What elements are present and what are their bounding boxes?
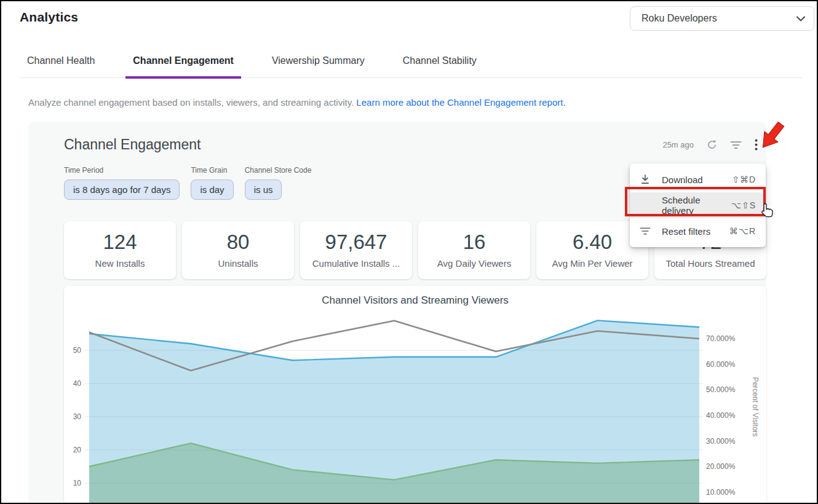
learn-more-link[interactable]: Learn more about the Channel Engagement …: [356, 97, 565, 108]
engagement-chart-plot[interactable]: 504030201070.000%60.000%50.000%40.000%30…: [64, 286, 766, 504]
filter-icon: [640, 227, 653, 235]
tab-bar: Channel Health Channel Engagement Viewer…: [20, 50, 802, 78]
last-refreshed: 25m ago: [662, 140, 694, 149]
tab-channel-health[interactable]: Channel Health: [20, 50, 102, 77]
stat-value: 97,647: [325, 232, 387, 252]
filter-chip-channel-store-code[interactable]: is us: [245, 179, 282, 200]
tab-viewership-summary[interactable]: Viewership Summary: [264, 50, 372, 77]
stat-value: 16: [463, 232, 486, 252]
engagement-chart-card: Channel Visitors and Streaming Viewers 5…: [64, 286, 766, 504]
svg-text:40.000%: 40.000%: [706, 411, 736, 420]
refresh-icon[interactable]: [707, 140, 717, 150]
svg-text:20.000%: 20.000%: [706, 462, 736, 471]
svg-text:10: 10: [73, 479, 82, 487]
stat-label: New Installs: [95, 258, 145, 269]
svg-text:20: 20: [73, 446, 82, 454]
stat-new-installs: 124 New Installs: [64, 221, 176, 279]
svg-text:40: 40: [73, 379, 82, 388]
menu-item-shortcut: ⌘⌥R: [729, 226, 756, 236]
menu-item-label: Download: [662, 175, 732, 185]
svg-text:Percent of Visitors: Percent of Visitors: [751, 377, 760, 436]
description-text: Analyze channel engagement based on inst…: [28, 97, 356, 108]
svg-text:60.000%: 60.000%: [706, 360, 736, 369]
svg-text:30: 30: [73, 412, 82, 421]
account-selector-value: Roku Developers: [641, 13, 717, 24]
stat-avg-daily-viewers: 16 Avg Daily Viewers: [418, 221, 530, 279]
filter-time-grain: Time Grain is day: [191, 166, 233, 200]
account-selector[interactable]: Roku Developers: [630, 6, 814, 31]
filter-channel-store-code: Channel Store Code is us: [245, 166, 312, 200]
report-title: Channel Engagement: [64, 136, 201, 153]
stat-value: 124: [103, 232, 137, 252]
report-description: Analyze channel engagement based on inst…: [28, 97, 566, 108]
svg-text:30.000%: 30.000%: [706, 437, 736, 446]
filter-chip-time-period[interactable]: is 8 days ago for 7 days: [64, 179, 180, 200]
filter-time-period: Time Period is 8 days ago for 7 days: [64, 166, 180, 200]
app-window: Analytics Roku Developers Channel Health…: [0, 0, 818, 504]
filter-bar: Time Period is 8 days ago for 7 days Tim…: [64, 166, 311, 200]
stat-label: Total Hours Streamed: [665, 258, 755, 269]
page-title: Analytics: [20, 10, 78, 25]
svg-text:50: 50: [73, 346, 82, 355]
svg-text:10.000%: 10.000%: [706, 488, 736, 497]
filter-chip-time-grain[interactable]: is day: [191, 179, 233, 200]
download-icon: [640, 174, 653, 185]
filter-label: Time Period: [64, 166, 180, 175]
stat-value: 6.40: [573, 232, 612, 252]
chevron-down-icon: [796, 13, 805, 24]
tab-channel-stability[interactable]: Channel Stability: [395, 50, 484, 77]
chart-title: Channel Visitors and Streaming Viewers: [64, 294, 766, 307]
stat-label: Avg Min Per Viewer: [552, 258, 632, 269]
stat-label: Cumulative Installs ...: [312, 258, 400, 269]
stat-cumulative-installs: 97,647 Cumulative Installs ...: [300, 221, 412, 279]
annotation-highlight-box: [625, 187, 766, 216]
tab-channel-engagement[interactable]: Channel Engagement: [125, 50, 241, 77]
stat-label: Avg Daily Viewers: [437, 258, 511, 269]
annotation-arrow: [753, 122, 792, 162]
filter-icon[interactable]: [730, 141, 742, 149]
menu-item-shortcut: ⇧⌘D: [732, 175, 756, 184]
filter-label: Channel Store Code: [245, 166, 312, 175]
menu-item-reset-filters[interactable]: Reset filters ⌘⌥R: [630, 218, 766, 244]
stat-label: Uninstalls: [218, 258, 258, 269]
stat-value: 80: [227, 232, 250, 252]
report-controls: 25m ago: [662, 139, 758, 151]
menu-item-label: Reset filters: [662, 226, 729, 237]
filter-label: Time Grain: [191, 166, 233, 175]
svg-text:50.000%: 50.000%: [706, 385, 736, 394]
stat-uninstalls: 80 Uninstalls: [182, 221, 294, 279]
svg-text:70.000%: 70.000%: [706, 334, 736, 343]
cursor-icon: [760, 203, 774, 221]
